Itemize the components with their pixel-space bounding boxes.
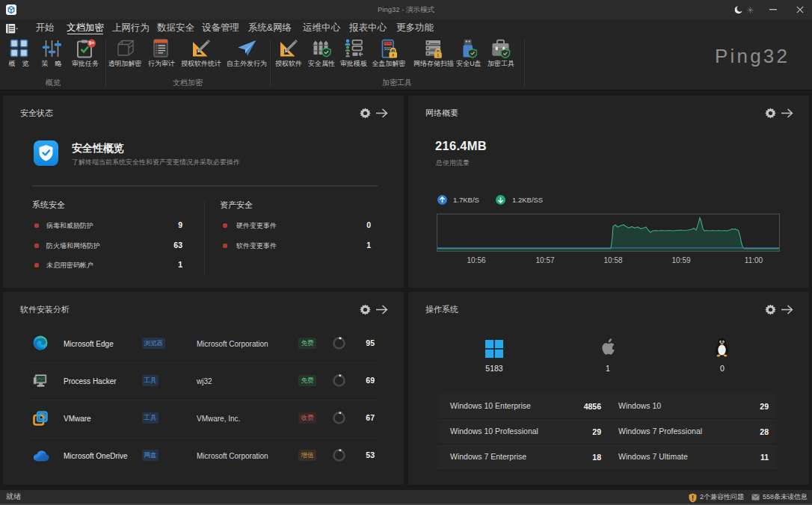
svg-text:1: 1	[437, 53, 439, 58]
svg-text:9+: 9+	[89, 40, 95, 46]
